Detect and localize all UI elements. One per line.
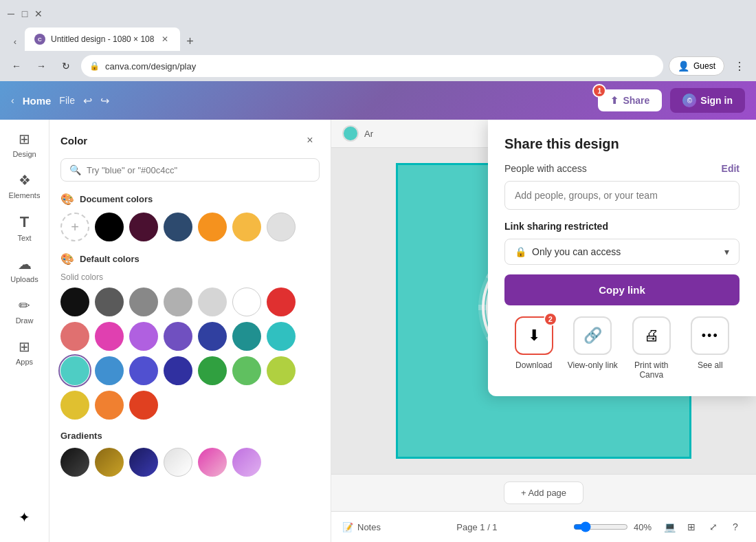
add-color-button[interactable]: + (60, 213, 89, 241)
sidebar-item-uploads[interactable]: ☁ Uploads (4, 250, 45, 289)
solid-amber[interactable] (95, 391, 124, 420)
grid-view-button[interactable]: ⊞ (682, 517, 701, 536)
help-button[interactable]: ? (726, 517, 745, 536)
solid-lightred[interactable] (60, 322, 89, 351)
close-button[interactable]: ✕ (33, 8, 44, 19)
security-icon: 🔒 (89, 61, 100, 71)
new-tab-button[interactable]: + (180, 32, 199, 51)
active-tab[interactable]: C Untitled design - 1080 × 108 ✕ (25, 28, 180, 51)
maximize-button[interactable]: □ (19, 8, 30, 19)
sign-in-label: Sign in (700, 95, 733, 106)
color-swatch-black[interactable] (95, 213, 124, 241)
chevron-down-icon: ▾ (724, 246, 729, 257)
tab-close-button[interactable]: ✕ (159, 34, 170, 45)
color-search-bar[interactable]: 🔍 (60, 158, 320, 182)
canvas-color-dot[interactable] (342, 125, 359, 142)
back-to-home-button[interactable]: ‹ (11, 95, 14, 106)
share-action-print[interactable]: 🖨 Print with Canva (624, 316, 679, 380)
color-swatch-orange[interactable] (198, 213, 227, 241)
solid-darkgray[interactable] (95, 288, 124, 316)
elements-label: Elements (9, 191, 41, 199)
zoom-slider[interactable] (573, 521, 628, 532)
share-action-view-only[interactable]: 🔗 View-only link (565, 316, 620, 380)
solid-darkblue[interactable] (198, 322, 227, 351)
left-sidebar: ⊞ Design ❖ Elements T Text ☁ Uploads ✏ D… (0, 120, 49, 542)
solid-teal[interactable] (232, 322, 261, 351)
home-button[interactable]: Home (23, 95, 52, 107)
sidebar-item-elements[interactable]: ❖ Elements (4, 166, 45, 205)
color-panel-close-button[interactable]: × (300, 131, 320, 150)
solid-blue[interactable] (95, 356, 124, 385)
gradient-gold[interactable] (95, 448, 124, 477)
sidebar-item-draw[interactable]: ✏ Draw (4, 292, 45, 330)
share-add-people-input[interactable] (504, 181, 740, 210)
notes-button[interactable]: 📝 Notes (342, 522, 381, 532)
desktop-view-button[interactable]: 💻 (660, 517, 679, 536)
gradient-blue[interactable] (129, 448, 158, 477)
address-bar[interactable]: 🔒 canva.com/design/play (81, 55, 663, 77)
profile-button[interactable]: 👤 Guest (669, 56, 724, 76)
solid-verylightgray[interactable] (198, 288, 227, 316)
share-action-see-all[interactable]: ••• See all (682, 316, 737, 380)
canvas-ar-label: Ar (364, 129, 373, 139)
share-edit-link[interactable]: Edit (722, 163, 740, 174)
document-colors-icon: 🎨 (60, 193, 74, 206)
draw-icon: ✏ (19, 297, 30, 314)
solid-purple[interactable] (129, 322, 158, 351)
solid-green[interactable] (198, 356, 227, 385)
tab-favicon: C (34, 34, 45, 45)
solid-pink[interactable] (95, 322, 124, 351)
sidebar-item-apps[interactable]: ⊞ Apps (4, 333, 45, 371)
color-swatch-darkred[interactable] (129, 213, 158, 241)
copy-link-button[interactable]: Copy link (504, 274, 740, 305)
redo-button[interactable]: ↪ (100, 94, 109, 107)
share-action-download[interactable]: ⬇ 2 Download (507, 316, 562, 380)
gradient-pink[interactable] (198, 448, 227, 477)
sidebar-item-design[interactable]: ⊞ Design (4, 125, 45, 164)
color-swatch-yellow[interactable] (232, 213, 261, 241)
apps-icon: ⊞ (19, 338, 30, 355)
magic-button[interactable]: ✦ (4, 503, 45, 531)
gradient-purple[interactable] (232, 448, 261, 477)
solid-lightgray[interactable] (164, 288, 192, 316)
sign-in-button[interactable]: © Sign in (670, 88, 745, 113)
file-menu-button[interactable]: File (59, 95, 75, 106)
color-swatch-navy[interactable] (164, 213, 192, 241)
browser-menu-button[interactable]: ⋮ (730, 56, 749, 76)
tab-back-button[interactable]: ‹ (5, 32, 25, 51)
solid-violet[interactable] (164, 322, 192, 351)
solid-white[interactable] (232, 288, 261, 316)
solid-yellowgreen[interactable] (267, 356, 296, 385)
zoom-controls: 40% (573, 521, 652, 532)
nav-bar: ← → ↻ 🔒 canva.com/design/play 👤 Guest ⋮ (0, 51, 756, 81)
solid-lightgreen[interactable] (232, 356, 261, 385)
solid-colors-label: Solid colors (49, 272, 331, 288)
color-search-input[interactable] (87, 165, 311, 175)
view-buttons: 💻 ⊞ ⤢ ? (660, 517, 745, 536)
reload-button[interactable]: ↻ (56, 56, 76, 76)
add-page-button[interactable]: + Add page (504, 481, 583, 504)
share-dropdown[interactable]: 🔒 Only you can access ▾ (504, 239, 740, 265)
solid-cyan[interactable] (267, 322, 296, 351)
fullscreen-button[interactable]: ⤢ (704, 517, 723, 536)
solid-black[interactable] (60, 288, 89, 316)
solid-gray[interactable] (129, 288, 158, 316)
solid-goldenyellow[interactable] (60, 391, 89, 420)
gradient-white[interactable] (164, 448, 192, 477)
undo-button[interactable]: ↩ (83, 94, 92, 107)
minimize-button[interactable]: ─ (5, 8, 16, 19)
solid-color-grid (49, 288, 331, 431)
solid-indigo[interactable] (129, 356, 158, 385)
color-swatch-lightgray[interactable] (267, 213, 296, 241)
sidebar-item-text[interactable]: T Text (4, 208, 45, 248)
share-link-label: Link sharing restricted (504, 221, 740, 232)
profile-icon: 👤 (678, 61, 689, 72)
gradient-dark[interactable] (60, 448, 89, 477)
forward-nav-button[interactable]: → (32, 56, 51, 76)
back-nav-button[interactable]: ← (7, 56, 26, 76)
solid-navy2[interactable] (164, 356, 192, 385)
solid-tomato[interactable] (129, 391, 158, 420)
share-button[interactable]: 1 ⬆ Share (598, 89, 662, 111)
solid-red[interactable] (267, 288, 296, 316)
solid-mint[interactable] (60, 356, 89, 385)
